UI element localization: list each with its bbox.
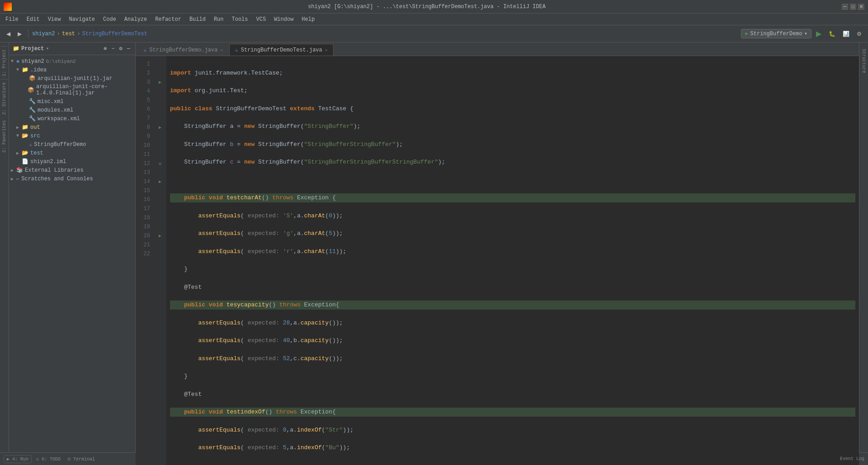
- menu-vcs[interactable]: VCS: [253, 15, 270, 23]
- project-sync-btn[interactable]: ⊕: [102, 44, 108, 53]
- tree-item-workspace-xml[interactable]: 🔧 workspace.xml: [9, 114, 135, 123]
- right-structure-label[interactable]: Structure: [860, 46, 867, 76]
- gutter-4: [154, 87, 166, 96]
- tabs-bar: ☕ StringBufferDemo.java ✕ ☕ StringBuffer…: [136, 42, 859, 56]
- code-line-2: import org.junit.Test;: [170, 86, 855, 95]
- toolbar-separator-1: [28, 29, 28, 38]
- code-line-5: StringBuffer b = new StringBuffer("Strin…: [170, 140, 855, 149]
- project-settings-btn[interactable]: ⚙: [118, 44, 124, 53]
- gutter-8[interactable]: ▶: [154, 123, 166, 132]
- menu-file[interactable]: File: [2, 15, 22, 23]
- menu-navigate[interactable]: Navigate: [65, 15, 99, 23]
- code-content[interactable]: import junit.framework.TestCase; import …: [166, 56, 859, 465]
- line-numbers: 1 2 3 4 5 6 7 8 9 10 11 12 13 14 15 16 1: [136, 56, 154, 465]
- gutter-17: [154, 204, 166, 213]
- close-button[interactable]: ✕: [858, 4, 864, 10]
- event-log-btn[interactable]: Event Log: [840, 456, 864, 461]
- project-minimize-btn[interactable]: —: [126, 45, 132, 53]
- gutter-6: [154, 105, 166, 114]
- tab-close-1[interactable]: ✕: [220, 47, 223, 53]
- tree-item-out[interactable]: ▶ 📁 out: [9, 123, 135, 132]
- menu-tools[interactable]: Tools: [228, 15, 252, 23]
- menu-help[interactable]: Help: [298, 15, 318, 23]
- code-line-14: public void tesycapacity() throws Except…: [170, 301, 855, 310]
- gutter-18: [154, 213, 166, 222]
- code-line-22: assertEquals( expected: 5,a.indexOf("Bu"…: [170, 443, 855, 452]
- bottom-todo-tab[interactable]: ☑ 6: TODO: [33, 456, 63, 463]
- menu-window[interactable]: Window: [270, 15, 297, 23]
- editor-gutter: ▶ ▶ ◇ ▶ ▶: [154, 56, 166, 465]
- gutter-1: [154, 60, 166, 69]
- breadcrumb-sep-1: ›: [57, 30, 60, 37]
- debug-button[interactable]: 🐛: [826, 29, 838, 38]
- favorites-panel-label[interactable]: 2: Favorites: [1, 117, 8, 155]
- minimize-button[interactable]: ─: [842, 4, 848, 10]
- tree-item-test[interactable]: ▶ 📂 test: [9, 149, 135, 157]
- code-line-19: @Test: [170, 390, 855, 399]
- menu-edit[interactable]: Edit: [23, 15, 43, 23]
- tree-item-jar2[interactable]: 📦 arquillian-junit-core-1.4.0.Final(1).j…: [9, 83, 135, 97]
- gutter-15: [154, 186, 166, 195]
- menu-run[interactable]: Run: [210, 15, 227, 23]
- editor-area: ☕ StringBufferDemo.java ✕ ☕ StringBuffer…: [136, 42, 859, 465]
- gutter-22: [154, 249, 166, 258]
- chevron-down-icon: ▾: [804, 30, 807, 37]
- run-config-name: StringBufferDemo: [750, 31, 802, 37]
- code-line-12: }: [170, 265, 855, 274]
- menu-view[interactable]: View: [44, 15, 65, 23]
- gutter-14[interactable]: ▶: [154, 177, 166, 186]
- forward-button[interactable]: ▶: [15, 29, 24, 38]
- breadcrumb-test[interactable]: test: [62, 31, 75, 37]
- menu-refactor[interactable]: Refactor: [151, 15, 185, 23]
- bottom-left-tabs: ▶ 4: Run ☑ 6: TODO ⊡ Terminal: [4, 455, 98, 463]
- run-button[interactable]: ▶: [813, 28, 824, 39]
- tab-stringbufferdemo[interactable]: ☕ StringBufferDemo.java ✕: [137, 44, 229, 56]
- tree-item-idea[interactable]: ▼ 📁 .idea: [9, 66, 135, 74]
- tree-item-iml[interactable]: 📄 shiyan2.iml: [9, 157, 135, 166]
- editor-column: ☕ StringBufferDemo.java ✕ ☕ StringBuffer…: [136, 42, 859, 452]
- back-button[interactable]: ◀: [4, 29, 13, 38]
- tab-stringbufferdemotest[interactable]: ☕ StringBufferDemoTest.java ✕: [229, 44, 334, 56]
- code-editor[interactable]: 1 2 3 4 5 6 7 8 9 10 11 12 13 14 15 16 1: [136, 56, 859, 465]
- code-line-6: StringBuffer c = new StringBuffer("Strin…: [170, 158, 855, 167]
- gutter-3[interactable]: ▶: [154, 78, 166, 87]
- project-panel-header: 📁 Project ▾ ⊕ − ⚙ —: [9, 42, 135, 55]
- tree-item-stringbufferdemo[interactable]: ☕ StringBufferDemo: [9, 140, 135, 149]
- title-bar-controls: ─ □ ✕: [842, 4, 864, 10]
- gutter-20[interactable]: ▶: [154, 231, 166, 240]
- code-line-20: public void testindexOf() throws Excepti…: [170, 408, 855, 417]
- tree-item-root[interactable]: ▼ ◆ shiyan2 G:\shiyan2: [9, 57, 135, 66]
- bottom-terminal-tab[interactable]: ⊡ Terminal: [65, 456, 98, 463]
- menu-analyze[interactable]: Analyze: [121, 15, 151, 23]
- run-config-selector[interactable]: ▶ StringBufferDemo ▾: [741, 29, 811, 38]
- profile-button[interactable]: ⚙: [854, 29, 864, 38]
- bottom-run-tab[interactable]: ▶ 4: Run: [4, 455, 32, 463]
- breadcrumb-file[interactable]: StringBufferDemoTest: [82, 31, 147, 37]
- title-bar-title: shiyan2 [G:\shiyan2] - ...\test\StringBu…: [12, 4, 842, 10]
- project-panel-label[interactable]: 1: Project: [1, 46, 8, 79]
- gutter-16: [154, 195, 166, 204]
- code-line-15: assertEquals( expected: 28,a.capacity())…: [170, 319, 855, 328]
- menu-code[interactable]: Code: [99, 15, 120, 23]
- code-line-17: assertEquals( expected: 52,c.capacity())…: [170, 354, 855, 363]
- coverage-button[interactable]: 📊: [840, 29, 852, 38]
- tree-item-jar1[interactable]: 📦 arquillian-junit(1).jar: [9, 74, 135, 83]
- tree-item-external[interactable]: ▶ 📚 External Libraries: [9, 166, 135, 174]
- menu-bar: File Edit View Navigate Code Analyze Ref…: [0, 14, 868, 25]
- gutter-9: [154, 132, 166, 141]
- project-collapse-btn[interactable]: −: [110, 45, 116, 53]
- breadcrumb-project[interactable]: shiyan2: [32, 31, 55, 37]
- main-area: 1: Project 2: Structure 2: Favorites 📁 P…: [0, 42, 868, 452]
- code-line-13: @Test: [170, 283, 855, 292]
- tab-close-2[interactable]: ✕: [325, 47, 328, 53]
- tree-item-modules-xml[interactable]: 🔧 modules.xml: [9, 106, 135, 114]
- tree-item-src[interactable]: ▼ 📂 src: [9, 132, 135, 140]
- gutter-11: [154, 150, 166, 159]
- code-line-3: public class StringBufferDemoTest extend…: [170, 104, 855, 113]
- tree-item-scratches[interactable]: ▶ ✏ Scratches and Consoles: [9, 174, 135, 183]
- structure-panel-label[interactable]: 2: Structure: [1, 79, 8, 117]
- maximize-button[interactable]: □: [850, 4, 856, 10]
- tree-item-misc-xml[interactable]: 🔧 misc.xml: [9, 97, 135, 106]
- menu-build[interactable]: Build: [186, 15, 209, 23]
- gutter-21: [154, 240, 166, 249]
